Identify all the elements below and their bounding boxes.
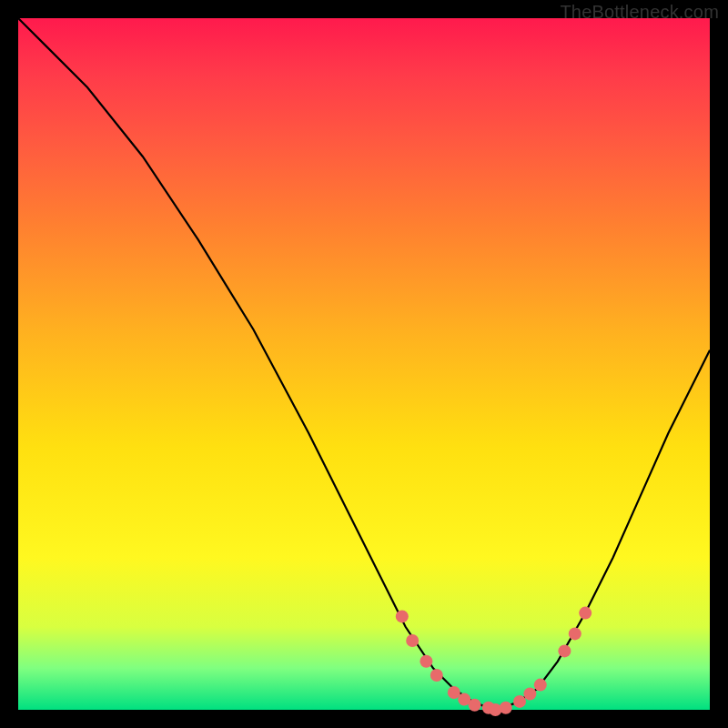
chart-frame: TheBottleneck.com: [0, 0, 728, 728]
data-marker: [523, 688, 536, 701]
bottleneck-curve: [18, 18, 710, 710]
data-marker: [420, 655, 432, 668]
data-marker: [500, 702, 512, 714]
plot-area: [18, 18, 710, 710]
data-marker: [569, 627, 581, 640]
data-marker: [579, 607, 592, 620]
data-marker: [513, 695, 526, 708]
data-marker: [534, 679, 547, 692]
markers-group: [396, 607, 592, 716]
data-marker: [396, 610, 409, 622]
data-marker: [558, 644, 571, 657]
chart-svg: [18, 18, 710, 710]
data-marker: [406, 634, 419, 647]
data-marker: [469, 699, 481, 712]
data-marker: [430, 669, 443, 682]
data-marker: [448, 686, 460, 699]
